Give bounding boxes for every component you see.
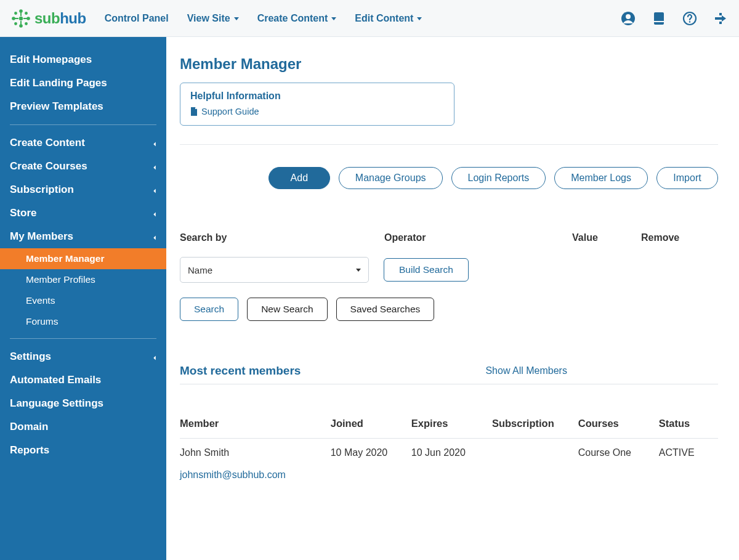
svg-point-11 [14,22,17,25]
recent-members-title: Most recent members [180,364,301,378]
col-member: Member [180,412,331,439]
col-courses: Courses [578,412,659,439]
cell-joined: 10 May 2020 [331,439,411,490]
info-card: Helpful Information Support Guide [180,83,454,126]
svg-rect-4 [20,21,22,25]
show-all-members-link[interactable]: Show All Members [485,365,567,376]
page-title: Member Manager [180,55,718,73]
sidebar-item-create-content[interactable]: Create Content [0,131,166,155]
svg-point-5 [12,17,15,20]
col-status: Status [659,412,718,439]
search-button[interactable]: Search [180,298,238,321]
members-table: Member Joined Expires Subscription Cours… [180,412,718,489]
search-section: Search by Operator Value Remove Name Bui… [180,232,718,321]
table-header-row: Member Joined Expires Subscription Cours… [180,412,718,439]
import-button[interactable]: Import [656,167,718,189]
divider [180,144,718,145]
chevron-left-icon [150,210,156,216]
sidebar-item-edit-homepages[interactable]: Edit Homepages [0,48,166,71]
logo[interactable]: subhub [11,9,86,28]
chevron-down-icon [356,269,361,272]
svg-point-18 [689,21,690,22]
member-email-link[interactable]: johnsmith@subhub.com [180,469,331,481]
support-guide-link[interactable]: Support Guide [190,107,444,116]
action-buttons: Add Manage Groups Login Reports Member L… [180,167,718,189]
new-search-button[interactable]: New Search [247,298,327,321]
sidebar-item-store[interactable]: Store [0,201,166,225]
add-button[interactable]: Add [269,167,330,189]
chevron-left-icon [150,163,156,169]
svg-point-7 [26,17,30,20]
build-search-button[interactable]: Build Search [384,258,469,282]
col-expires: Expires [411,412,492,439]
header-value: Value [572,232,641,243]
sidebar-item-create-courses[interactable]: Create Courses [0,155,166,178]
svg-point-14 [626,14,631,19]
sidebar-subitem-forums[interactable]: Forums [0,311,166,332]
member-logs-button[interactable]: Member Logs [554,167,648,189]
sidebar-subitem-member-manager[interactable]: Member Manager [0,248,166,269]
col-subscription: Subscription [492,412,578,439]
sidebar-item-language-settings[interactable]: Language Settings [0,392,166,415]
col-joined: Joined [331,412,411,439]
sidebar-subitem-member-profiles[interactable]: Member Profiles [0,269,166,290]
nav-control-panel[interactable]: Control Panel [105,13,169,24]
select-value: Name [188,265,212,275]
chevron-down-icon [331,17,336,20]
cell-status: ACTIVE [659,439,718,490]
topbar: subhub Control Panel View Site Create Co… [0,0,739,37]
logo-mark-icon [11,9,31,28]
nav-edit-content[interactable]: Edit Content [355,13,422,24]
file-icon [190,107,198,116]
user-icon[interactable] [621,11,636,26]
cell-expires: 10 Jun 2020 [411,439,492,490]
svg-point-10 [25,12,28,15]
svg-point-9 [14,12,17,15]
svg-rect-16 [654,21,664,22]
sidebar-item-domain[interactable]: Domain [0,415,166,439]
svg-rect-15 [654,12,664,25]
cell-courses: Course One [578,439,659,490]
sidebar-subitem-events[interactable]: Events [0,290,166,311]
search-by-select[interactable]: Name [180,257,369,283]
topbar-actions [621,11,728,26]
header-operator: Operator [384,232,572,243]
chevron-down-icon [417,17,422,20]
chevron-left-icon [150,233,156,240]
header-search-by: Search by [180,232,384,243]
sidebar-item-automated-emails[interactable]: Automated Emails [0,368,166,392]
manage-groups-button[interactable]: Manage Groups [339,167,443,189]
sidebar-item-my-members[interactable]: My Members [0,225,166,248]
login-reports-button[interactable]: Login Reports [451,167,546,189]
member-name: John Smith [180,447,331,458]
saved-searches-button[interactable]: Saved Searches [336,298,435,321]
svg-point-3 [19,24,23,28]
info-card-title: Helpful Information [190,91,444,102]
book-icon[interactable] [652,11,666,26]
help-icon[interactable] [682,11,697,26]
chevron-down-icon [234,17,239,20]
nav-view-site[interactable]: View Site [187,13,239,24]
divider [180,384,718,384]
logout-icon[interactable] [713,11,728,26]
svg-rect-2 [20,12,22,16]
chevron-left-icon [150,140,156,146]
nav-create-content[interactable]: Create Content [257,13,337,24]
svg-rect-6 [15,18,18,19]
divider [10,124,156,125]
sidebar-item-settings[interactable]: Settings [0,345,166,368]
sidebar-item-preview-templates[interactable]: Preview Templates [0,95,166,118]
sidebar-item-subscription[interactable]: Subscription [0,178,166,201]
main-content: Member Manager Helpful Information Suppo… [166,37,739,560]
table-row[interactable]: John Smith johnsmith@subhub.com 10 May 2… [180,439,718,490]
svg-point-12 [25,22,28,25]
svg-rect-8 [23,18,27,19]
sidebar-item-edit-landing-pages[interactable]: Edit Landing Pages [0,71,166,95]
sidebar-item-reports[interactable]: Reports [0,439,166,462]
sidebar: Edit Homepages Edit Landing Pages Previe… [0,37,166,560]
topnav: Control Panel View Site Create Content E… [105,13,422,24]
svg-point-0 [19,16,23,20]
chevron-left-icon [150,354,156,360]
header-remove: Remove [641,232,679,243]
svg-point-1 [19,9,23,13]
